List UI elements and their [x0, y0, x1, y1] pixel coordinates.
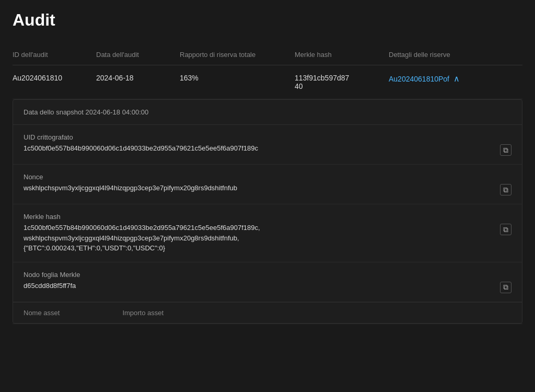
- asset-amount-col: Importo asset: [122, 309, 164, 317]
- uid-value: 1c500bf0e557b84b990060d06c1d49033be2d955…: [24, 143, 494, 154]
- snapshot-header: Data dello snapshot 2024-06-18 04:00:00: [13, 100, 522, 125]
- merkle-hash-value: 1c500bf0e557b84b990060d06c1d49033be2d955…: [24, 223, 494, 253]
- audit-hash: 113f91cb597d87 40: [295, 65, 389, 99]
- merkle-node-value-row: d65cdd8d8f5ff7fa: [24, 281, 511, 293]
- col-header-id: ID dell'audit: [13, 47, 96, 65]
- merkle-hash-section: Merkle hash 1c500bf0e557b84b990060d06c1d…: [13, 204, 522, 262]
- merkle-node-copy-button[interactable]: [500, 282, 511, 293]
- uid-label: UID crittografato: [24, 133, 511, 141]
- merkle-node-value: d65cdd8d8f5ff7fa: [24, 281, 494, 291]
- merkle-hash-copy-button[interactable]: [500, 224, 511, 235]
- snapshot-value: 2024-06-18 04:00:00: [86, 108, 149, 116]
- table-header-row: ID dell'audit Data dell'audit Rapporto d…: [13, 47, 522, 65]
- page-container: Audit ID dell'audit Data dell'audit Rapp…: [0, 0, 535, 335]
- col-header-details: Dettagli delle riserve: [389, 47, 522, 65]
- col-header-hash: Merkle hash: [295, 47, 389, 65]
- merkle-hash-value-row: 1c500bf0e557b84b990060d06c1d49033be2d955…: [24, 223, 511, 253]
- chevron-up-icon: ∧: [453, 74, 460, 84]
- expanded-detail-cell: Data dello snapshot 2024-06-18 04:00:00 …: [13, 99, 522, 324]
- col-header-date: Data dell'audit: [96, 47, 180, 65]
- table-row: Au2024061810 2024-06-18 163% 113f91cb597…: [13, 65, 522, 99]
- merkle-hash-line1: 113f91cb597d87: [295, 74, 349, 82]
- uid-copy-button[interactable]: [500, 144, 511, 156]
- nonce-label: Nonce: [24, 173, 511, 181]
- details-link[interactable]: Au2024061810Pof ∧: [389, 74, 516, 84]
- asset-name-col: Nome asset: [24, 309, 60, 317]
- uid-section: UID crittografato 1c500bf0e557b84b990060…: [13, 125, 522, 165]
- nonce-value-row: wskhlpchspvm3yxljcggxql4l94hizqpgp3cep3e…: [24, 183, 511, 195]
- audit-date: 2024-06-18: [96, 65, 180, 99]
- merkle-node-label: Nodo foglia Merkle: [24, 271, 511, 279]
- audit-id: Au2024061810: [13, 65, 96, 99]
- merkle-hash-line2: 40: [295, 82, 303, 90]
- assets-table-header: Nome asset Importo asset: [13, 302, 522, 323]
- nonce-section: Nonce wskhlpchspvm3yxljcggxql4l94hizqpgp…: [13, 165, 522, 204]
- merkle-node-section: Nodo foglia Merkle d65cdd8d8f5ff7fa: [13, 262, 522, 302]
- page-title: Audit: [13, 10, 522, 30]
- detail-panel: Data dello snapshot 2024-06-18 04:00:00 …: [13, 99, 522, 324]
- snapshot-label: Data dello snapshot: [24, 108, 84, 116]
- audit-table: ID dell'audit Data dell'audit Rapporto d…: [13, 47, 522, 324]
- audit-details-cell: Au2024061810Pof ∧: [389, 65, 522, 99]
- details-link-text: Au2024061810Pof: [389, 75, 449, 83]
- expanded-detail-row: Data dello snapshot 2024-06-18 04:00:00 …: [13, 99, 522, 324]
- col-header-ratio: Rapporto di riserva totale: [180, 47, 295, 65]
- nonce-value: wskhlpchspvm3yxljcggxql4l94hizqpgp3cep3e…: [24, 183, 494, 193]
- audit-ratio: 163%: [180, 65, 295, 99]
- nonce-copy-button[interactable]: [500, 184, 511, 195]
- uid-value-row: 1c500bf0e557b84b990060d06c1d49033be2d955…: [24, 143, 511, 156]
- merkle-hash-label: Merkle hash: [24, 213, 511, 221]
